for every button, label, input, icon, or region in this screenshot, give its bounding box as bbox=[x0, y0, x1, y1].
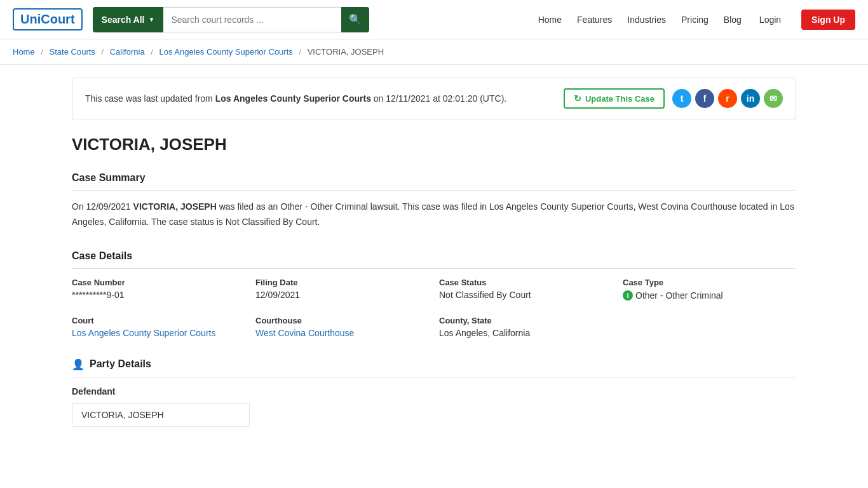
case-number-label: Case Number bbox=[72, 278, 245, 287]
party-section-label: Party Details bbox=[90, 358, 151, 370]
update-banner: This case was last updated from Los Ange… bbox=[72, 78, 796, 119]
filing-date-item: Filing Date 12/09/2021 bbox=[255, 278, 429, 301]
case-status-item: Case Status Not Classified By Court bbox=[439, 278, 613, 301]
breadcrumb-home[interactable]: Home bbox=[13, 47, 35, 57]
chevron-down-icon: ▼ bbox=[149, 16, 155, 23]
update-case-label: Update This Case bbox=[585, 94, 654, 104]
search-button[interactable]: 🔍 bbox=[341, 7, 369, 32]
info-icon: i bbox=[623, 290, 633, 301]
logo[interactable]: UniCourt bbox=[13, 8, 83, 30]
linkedin-share-icon[interactable]: in bbox=[741, 89, 760, 108]
defendant-table: VICTORIA, JOSEPH bbox=[72, 403, 250, 427]
filing-date-value: 12/09/2021 bbox=[255, 290, 429, 300]
defendant-label: Defendant bbox=[72, 386, 796, 396]
breadcrumb-la-courts[interactable]: Los Angeles County Superior Courts bbox=[159, 47, 293, 57]
twitter-share-icon[interactable]: t bbox=[672, 89, 691, 108]
courthouse-item: Courthouse West Covina Courthouse bbox=[255, 316, 429, 338]
person-icon: 👤 bbox=[72, 358, 85, 370]
case-summary-text: On 12/09/2021 VICTORIA, JOSEPH was filed… bbox=[72, 200, 796, 230]
facebook-share-icon[interactable]: f bbox=[695, 89, 714, 108]
nav-login[interactable]: Login bbox=[759, 15, 781, 25]
county-state-item: County, State Los Angeles, California bbox=[439, 316, 613, 338]
nav-blog[interactable]: Blog bbox=[724, 15, 742, 25]
case-number-item: Case Number **********9-01 bbox=[72, 278, 245, 301]
defendant-name: VICTORIA, JOSEPH bbox=[81, 410, 164, 420]
header: UniCourt Search All ▼ 🔍 Home Features In… bbox=[0, 0, 868, 39]
nav-pricing[interactable]: Pricing bbox=[681, 15, 709, 25]
case-type-badge: i Other - Other Criminal bbox=[623, 290, 723, 301]
main-nav: Home Features Industries Pricing Blog Lo… bbox=[538, 10, 855, 30]
breadcrumb-california[interactable]: California bbox=[110, 47, 145, 57]
case-type-value: i Other - Other Criminal bbox=[623, 290, 796, 301]
party-details-section: 👤 Party Details Defendant VICTORIA, JOSE… bbox=[72, 358, 796, 427]
courthouse-value: West Covina Courthouse bbox=[255, 328, 429, 338]
county-state-label: County, State bbox=[439, 316, 613, 325]
banner-court-name: Los Angeles County Superior Courts bbox=[215, 93, 371, 104]
party-details-heading: 👤 Party Details bbox=[72, 358, 796, 377]
search-icon: 🔍 bbox=[349, 13, 362, 25]
case-number-value: **********9-01 bbox=[72, 290, 245, 300]
nav-industries[interactable]: Industries bbox=[627, 15, 666, 25]
banner-text-before: This case was last updated from bbox=[85, 93, 215, 104]
case-type-text: Other - Other Criminal bbox=[635, 290, 723, 301]
banner-right: ↻ Update This Case t f r in ✉ bbox=[564, 88, 783, 109]
search-all-button[interactable]: Search All ▼ bbox=[93, 7, 164, 32]
case-summary-heading: Case Summary bbox=[72, 172, 796, 191]
court-label: Court bbox=[72, 316, 245, 325]
reddit-share-icon[interactable]: r bbox=[718, 89, 737, 108]
court-link[interactable]: Los Angeles County Superior Courts bbox=[72, 328, 215, 338]
case-summary-section: Case Summary On 12/09/2021 VICTORIA, JOS… bbox=[72, 172, 796, 230]
breadcrumb-sep-4: / bbox=[299, 47, 301, 57]
nav-features[interactable]: Features bbox=[577, 15, 612, 25]
breadcrumb-state-courts[interactable]: State Courts bbox=[50, 47, 95, 57]
courthouse-link[interactable]: West Covina Courthouse bbox=[255, 328, 354, 338]
filing-date-label: Filing Date bbox=[255, 278, 429, 287]
case-status-value: Not Classified By Court bbox=[439, 290, 613, 300]
case-details-grid: Case Number **********9-01 Filing Date 1… bbox=[72, 278, 796, 338]
refresh-icon: ↻ bbox=[574, 93, 581, 104]
breadcrumb-sep-3: / bbox=[151, 47, 153, 57]
case-type-label: Case Type bbox=[623, 278, 796, 287]
summary-name: VICTORIA, JOSEPH bbox=[133, 201, 217, 212]
nav-home[interactable]: Home bbox=[538, 15, 562, 25]
defendant-row: VICTORIA, JOSEPH bbox=[72, 403, 249, 426]
breadcrumb-sep-2: / bbox=[101, 47, 104, 57]
case-status-label: Case Status bbox=[439, 278, 613, 287]
breadcrumb-current: VICTORIA, JOSEPH bbox=[308, 47, 384, 57]
update-case-button[interactable]: ↻ Update This Case bbox=[564, 88, 665, 109]
summary-intro: On bbox=[72, 201, 86, 212]
banner-text-after: on 12/11/2021 at 02:01:20 (UTC). bbox=[371, 93, 506, 104]
case-type-item: Case Type i Other - Other Criminal bbox=[623, 278, 796, 301]
main-content: This case was last updated from Los Ange… bbox=[59, 65, 809, 460]
banner-text: This case was last updated from Los Ange… bbox=[85, 93, 506, 104]
courthouse-label: Courthouse bbox=[255, 316, 429, 325]
county-state-value: Los Angeles, California bbox=[439, 328, 613, 338]
breadcrumb: Home / State Courts / California / Los A… bbox=[0, 39, 868, 65]
email-share-icon[interactable]: ✉ bbox=[764, 89, 783, 108]
case-details-section: Case Details Case Number **********9-01 … bbox=[72, 250, 796, 338]
logo-text-2: Court bbox=[41, 12, 74, 26]
court-value: Los Angeles County Superior Courts bbox=[72, 328, 245, 338]
search-all-label: Search All bbox=[102, 15, 145, 25]
search-input[interactable] bbox=[163, 7, 341, 32]
summary-date: 12/09/2021 bbox=[86, 201, 131, 212]
search-bar: Search All ▼ 🔍 bbox=[93, 7, 370, 32]
court-item: Court Los Angeles County Superior Courts bbox=[72, 316, 245, 338]
case-title: VICTORIA, JOSEPH bbox=[72, 135, 796, 154]
social-icons: t f r in ✉ bbox=[672, 89, 783, 108]
signup-button[interactable]: Sign Up bbox=[801, 10, 855, 30]
breadcrumb-sep-1: / bbox=[41, 47, 43, 57]
case-details-heading: Case Details bbox=[72, 250, 796, 269]
logo-text: Uni bbox=[20, 12, 41, 26]
